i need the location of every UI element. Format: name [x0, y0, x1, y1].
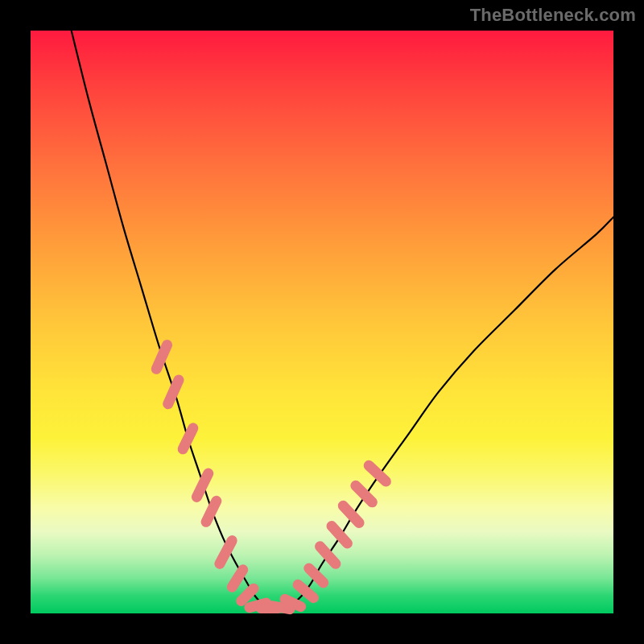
- curve-markers: [156, 345, 386, 609]
- curve-marker: [298, 584, 313, 597]
- curve-marker: [220, 541, 232, 564]
- curve-marker: [232, 570, 242, 587]
- curve-marker: [309, 568, 324, 583]
- curve-marker: [183, 428, 193, 449]
- bottleneck-curve-line: [72, 31, 613, 608]
- watermark-text: TheBottleneck.com: [470, 5, 636, 26]
- curve-marker: [242, 588, 254, 601]
- chart-frame: TheBottleneck.com: [0, 0, 644, 644]
- curve-marker: [320, 547, 336, 564]
- plot-area: [31, 31, 613, 613]
- bottleneck-chart: [31, 31, 613, 613]
- curve-marker: [285, 599, 301, 606]
- curve-marker: [273, 606, 290, 609]
